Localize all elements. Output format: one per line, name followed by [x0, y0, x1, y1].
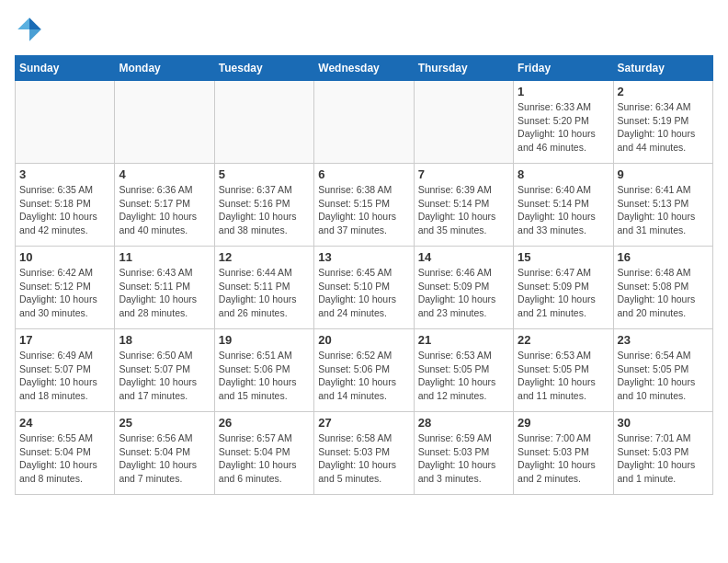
calendar-cell: 7Sunrise: 6:39 AM Sunset: 5:14 PM Daylig… [414, 164, 513, 247]
day-info: Sunrise: 6:53 AM Sunset: 5:05 PM Dayligh… [418, 349, 509, 403]
week-row-4: 17Sunrise: 6:49 AM Sunset: 5:07 PM Dayli… [16, 329, 713, 412]
day-number: 25 [119, 416, 210, 430]
day-info: Sunrise: 6:59 AM Sunset: 5:03 PM Dayligh… [418, 431, 509, 486]
calendar-header-row: SundayMondayTuesdayWednesdayThursdayFrid… [16, 56, 713, 81]
calendar-cell: 24Sunrise: 6:55 AM Sunset: 5:04 PM Dayli… [16, 412, 115, 495]
logo-icon [15, 15, 44, 44]
day-number: 22 [518, 333, 609, 347]
day-number: 23 [618, 333, 709, 347]
day-number: 29 [518, 416, 609, 430]
calendar-body: 1Sunrise: 6:33 AM Sunset: 5:20 PM Daylig… [16, 81, 713, 495]
day-number: 2 [618, 85, 709, 98]
day-number: 21 [418, 333, 509, 347]
day-number: 9 [618, 167, 709, 181]
calendar-cell [314, 81, 414, 164]
calendar-cell: 1Sunrise: 6:33 AM Sunset: 5:20 PM Daylig… [514, 81, 613, 164]
week-row-5: 24Sunrise: 6:55 AM Sunset: 5:04 PM Dayli… [16, 412, 713, 495]
day-header-saturday: Saturday [613, 56, 712, 81]
day-info: Sunrise: 6:34 AM Sunset: 5:19 PM Dayligh… [618, 100, 709, 155]
day-number: 6 [318, 167, 409, 181]
calendar-cell [414, 81, 513, 164]
day-info: Sunrise: 6:52 AM Sunset: 5:06 PM Dayligh… [318, 349, 409, 403]
day-header-wednesday: Wednesday [314, 56, 414, 81]
day-info: Sunrise: 6:57 AM Sunset: 5:04 PM Dayligh… [219, 431, 310, 486]
day-info: Sunrise: 6:56 AM Sunset: 5:04 PM Dayligh… [119, 431, 210, 486]
day-info: Sunrise: 6:33 AM Sunset: 5:20 PM Dayligh… [518, 100, 609, 155]
day-info: Sunrise: 6:49 AM Sunset: 5:07 PM Dayligh… [19, 349, 110, 403]
calendar-cell: 29Sunrise: 7:00 AM Sunset: 5:03 PM Dayli… [514, 412, 613, 495]
page-header [15, 15, 713, 44]
day-number: 15 [518, 250, 609, 264]
day-number: 24 [19, 416, 110, 430]
day-number: 26 [219, 416, 310, 430]
calendar-cell: 8Sunrise: 6:40 AM Sunset: 5:14 PM Daylig… [514, 164, 613, 247]
day-info: Sunrise: 7:01 AM Sunset: 5:03 PM Dayligh… [618, 431, 709, 486]
day-info: Sunrise: 6:58 AM Sunset: 5:03 PM Dayligh… [318, 431, 409, 486]
calendar-cell [16, 81, 115, 164]
calendar-cell: 5Sunrise: 6:37 AM Sunset: 5:16 PM Daylig… [214, 164, 313, 247]
day-header-thursday: Thursday [414, 56, 513, 81]
day-header-tuesday: Tuesday [214, 56, 313, 81]
day-info: Sunrise: 6:38 AM Sunset: 5:15 PM Dayligh… [318, 183, 409, 237]
svg-marker-0 [29, 17, 41, 29]
day-number: 7 [418, 167, 509, 181]
day-number: 17 [19, 333, 110, 347]
day-number: 28 [418, 416, 509, 430]
week-row-3: 10Sunrise: 6:42 AM Sunset: 5:12 PM Dayli… [16, 247, 713, 329]
day-info: Sunrise: 6:36 AM Sunset: 5:17 PM Dayligh… [119, 183, 210, 237]
calendar-cell: 17Sunrise: 6:49 AM Sunset: 5:07 PM Dayli… [16, 329, 115, 412]
day-number: 16 [618, 250, 709, 264]
day-info: Sunrise: 6:39 AM Sunset: 5:14 PM Dayligh… [418, 183, 509, 237]
day-info: Sunrise: 6:50 AM Sunset: 5:07 PM Dayligh… [119, 349, 210, 403]
day-number: 20 [318, 333, 409, 347]
calendar-cell: 2Sunrise: 6:34 AM Sunset: 5:19 PM Daylig… [613, 81, 712, 164]
calendar-cell: 23Sunrise: 6:54 AM Sunset: 5:05 PM Dayli… [613, 329, 712, 412]
calendar-cell: 19Sunrise: 6:51 AM Sunset: 5:06 PM Dayli… [214, 329, 313, 412]
day-header-sunday: Sunday [16, 56, 115, 81]
day-number: 3 [19, 167, 110, 181]
day-info: Sunrise: 6:41 AM Sunset: 5:13 PM Dayligh… [618, 183, 709, 237]
calendar-cell: 16Sunrise: 6:48 AM Sunset: 5:08 PM Dayli… [613, 247, 712, 329]
day-info: Sunrise: 6:47 AM Sunset: 5:09 PM Dayligh… [518, 266, 609, 320]
calendar-cell: 4Sunrise: 6:36 AM Sunset: 5:17 PM Daylig… [115, 164, 214, 247]
day-info: Sunrise: 6:43 AM Sunset: 5:11 PM Dayligh… [119, 266, 210, 320]
calendar-cell: 13Sunrise: 6:45 AM Sunset: 5:10 PM Dayli… [314, 247, 414, 329]
day-number: 12 [219, 250, 310, 264]
day-number: 13 [318, 250, 409, 264]
day-number: 5 [219, 167, 310, 181]
calendar-cell: 14Sunrise: 6:46 AM Sunset: 5:09 PM Dayli… [414, 247, 513, 329]
calendar-cell: 18Sunrise: 6:50 AM Sunset: 5:07 PM Dayli… [115, 329, 214, 412]
calendar-cell: 26Sunrise: 6:57 AM Sunset: 5:04 PM Dayli… [214, 412, 313, 495]
day-info: Sunrise: 6:51 AM Sunset: 5:06 PM Dayligh… [219, 349, 310, 403]
calendar-cell [115, 81, 214, 164]
calendar-cell: 6Sunrise: 6:38 AM Sunset: 5:15 PM Daylig… [314, 164, 414, 247]
day-header-friday: Friday [514, 56, 613, 81]
calendar-table: SundayMondayTuesdayWednesdayThursdayFrid… [15, 55, 713, 495]
calendar-cell: 25Sunrise: 6:56 AM Sunset: 5:04 PM Dayli… [115, 412, 214, 495]
day-header-monday: Monday [115, 56, 214, 81]
day-number: 1 [518, 85, 609, 98]
day-info: Sunrise: 6:44 AM Sunset: 5:11 PM Dayligh… [219, 266, 310, 320]
day-number: 27 [318, 416, 409, 430]
day-info: Sunrise: 6:35 AM Sunset: 5:18 PM Dayligh… [19, 183, 110, 237]
calendar-cell: 20Sunrise: 6:52 AM Sunset: 5:06 PM Dayli… [314, 329, 414, 412]
calendar-cell [214, 81, 313, 164]
day-info: Sunrise: 6:40 AM Sunset: 5:14 PM Dayligh… [518, 183, 609, 237]
day-info: Sunrise: 6:45 AM Sunset: 5:10 PM Dayligh… [318, 266, 409, 320]
day-number: 14 [418, 250, 509, 264]
calendar-cell: 28Sunrise: 6:59 AM Sunset: 5:03 PM Dayli… [414, 412, 513, 495]
day-number: 4 [119, 167, 210, 181]
day-info: Sunrise: 6:53 AM Sunset: 5:05 PM Dayligh… [518, 349, 609, 403]
day-number: 19 [219, 333, 310, 347]
day-number: 11 [119, 250, 210, 264]
week-row-2: 3Sunrise: 6:35 AM Sunset: 5:18 PM Daylig… [16, 164, 713, 247]
day-info: Sunrise: 6:46 AM Sunset: 5:09 PM Dayligh… [418, 266, 509, 320]
logo [15, 15, 48, 44]
calendar-cell: 15Sunrise: 6:47 AM Sunset: 5:09 PM Dayli… [514, 247, 613, 329]
week-row-1: 1Sunrise: 6:33 AM Sunset: 5:20 PM Daylig… [16, 81, 713, 164]
day-info: Sunrise: 6:54 AM Sunset: 5:05 PM Dayligh… [618, 349, 709, 403]
day-number: 30 [618, 416, 709, 430]
day-info: Sunrise: 7:00 AM Sunset: 5:03 PM Dayligh… [518, 431, 609, 486]
svg-marker-2 [17, 17, 29, 29]
day-number: 10 [19, 250, 110, 264]
